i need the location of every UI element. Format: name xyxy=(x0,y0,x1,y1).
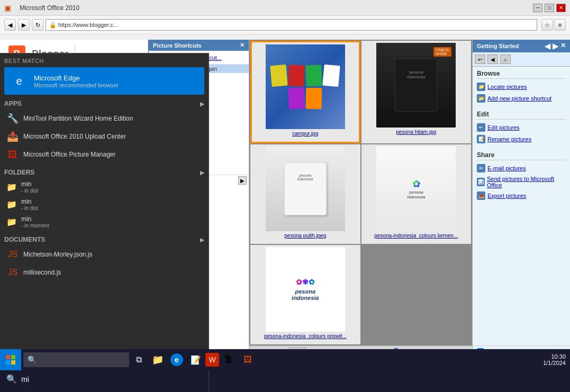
picture-cell[interactable]: pesonaindonesia O'NECKHITAM pesona hitam… xyxy=(361,41,472,143)
doc-millisecond[interactable]: JS millisecond.js xyxy=(4,263,204,281)
picture-name[interactable]: pesona-indonesia_colours priswit... xyxy=(264,333,347,339)
search-icon: 🔍 xyxy=(6,374,17,384)
gs-edit-section: Edit ✏ Edit pictures 📝 Rename pictures xyxy=(473,107,570,148)
search-icon: 🔍 xyxy=(28,355,37,364)
locate-pictures-link[interactable]: 📁 Locate pictures xyxy=(477,81,566,93)
picture-cell[interactable]: ✿ pesonaindonesia pesona-indonesia_colou… xyxy=(361,144,472,244)
js-file-icon: JS xyxy=(6,248,19,261)
address-bar[interactable]: 🔒 https://www.blogger.c... xyxy=(46,19,537,31)
edge-icon: e xyxy=(10,71,29,90)
gs-close-icon[interactable]: ✕ xyxy=(560,42,566,50)
edit-pictures-gs-link[interactable]: ✏ Edit pictures xyxy=(477,122,566,133)
gs-browse-title: Browse xyxy=(477,70,566,79)
taskbar-notepad[interactable]: 📝 xyxy=(186,350,205,369)
minimize-button[interactable]: ─ xyxy=(533,4,542,12)
gs-back-button[interactable]: ◀ xyxy=(487,54,498,64)
getting-started-panel: Getting Started ◀ ▶ ✕ ↩ ◀ ⌂ Browse xyxy=(472,40,570,357)
svg-rect-1 xyxy=(11,355,15,359)
app-office-picture[interactable]: 🖼 Microsoft Office Picture Manager xyxy=(4,145,204,163)
js-file-icon-2: JS xyxy=(6,266,19,279)
add-shortcut-gs-link[interactable]: 📂 Add new picture shortcut xyxy=(477,93,566,104)
minitool-icon: 🔧 xyxy=(6,112,19,125)
taskbar-task-view[interactable]: ⧉ xyxy=(129,350,148,369)
locate-icon: 📁 xyxy=(477,83,485,91)
taskbar-office-mgr[interactable]: 🖼 xyxy=(238,350,257,369)
rename-pictures-link[interactable]: 📝 Rename pictures xyxy=(477,133,566,145)
gs-header: Getting Started ◀ ▶ ✕ xyxy=(473,40,570,52)
rename-icon: 📝 xyxy=(477,135,485,143)
restore-button[interactable]: □ xyxy=(545,4,554,12)
send-office-link[interactable]: 📊 Send pictures to Microsoft Office xyxy=(477,174,566,190)
doc-michelson[interactable]: JS Michelson-Morley.json.js xyxy=(4,245,204,263)
scroll-down-button[interactable]: ▶ xyxy=(238,176,247,185)
office-picture-icon: 🖼 xyxy=(6,148,19,161)
taskbar-clock: 10:30 1/1/2024 xyxy=(543,353,566,366)
gs-house-button[interactable]: ⌂ xyxy=(500,54,511,64)
folder-icon: 📁 xyxy=(6,182,17,192)
svg-rect-3 xyxy=(11,360,15,364)
svg-rect-0 xyxy=(6,355,10,359)
menu-button[interactable]: ≡ xyxy=(554,19,566,31)
taskbar-winrar[interactable]: 🗜 xyxy=(219,350,238,369)
picture-name[interactable]: pesona putih.jpeg xyxy=(284,233,326,239)
bookmark-button[interactable]: ☆ xyxy=(541,19,553,31)
gs-home-button[interactable]: ↩ xyxy=(475,54,485,64)
start-button[interactable] xyxy=(0,349,21,370)
best-match-text: Microsoft Edge Microsoft recommended bro… xyxy=(34,74,119,88)
export-pictures-link[interactable]: 📤 Export pictures xyxy=(477,190,566,202)
documents-section-header: Documents ▶ xyxy=(4,236,204,243)
export-icon: 📤 xyxy=(477,192,485,200)
picture-cell[interactable]: ✿✾✿ pesona indonesia pesona-indonesia_co… xyxy=(250,245,360,344)
best-match-label: Best match xyxy=(4,58,204,64)
picture-cell[interactable]: pesonaindonesia pesona putih.jpeg xyxy=(250,144,360,244)
gs-share-title: Share xyxy=(477,151,566,160)
forward-button[interactable]: ▶ xyxy=(18,19,30,31)
refresh-button[interactable]: ↻ xyxy=(32,19,43,31)
office-icon: 📊 xyxy=(477,178,485,186)
picture-cell[interactable]: campur.jpg xyxy=(250,41,360,143)
folders-section-header: Folders ▶ xyxy=(4,169,204,176)
svg-rect-2 xyxy=(6,360,10,364)
taskbar: 🔍 ⧉ 📁 e 📝 W 🗜 🖼 10:30 1/1/2024 xyxy=(0,349,570,370)
taskbar-edge[interactable]: e xyxy=(167,350,186,369)
gs-nav-forward-icon[interactable]: ▶ xyxy=(553,42,558,50)
taskbar-wps[interactable]: W xyxy=(205,353,219,367)
address-text: https://www.blogger.c... xyxy=(58,22,118,28)
gs-edit-title: Edit xyxy=(477,111,566,120)
email-pictures-link[interactable]: ✉ E-mail pictures xyxy=(477,162,566,174)
start-menu-search: Best match e Microsoft Edge Microsoft re… xyxy=(0,53,209,392)
taskbar-search-box[interactable]: 🔍 xyxy=(23,352,129,367)
add-shortcut-icon: 📂 xyxy=(477,94,485,103)
folder-min-2[interactable]: 📁 min - in dist xyxy=(4,196,204,213)
folder-icon: 📁 xyxy=(6,217,17,227)
apps-section-header: Apps ▶ xyxy=(4,100,204,107)
picture-name[interactable]: pesona hitam.jpg xyxy=(396,129,436,135)
picture-name[interactable]: pesona-indonesia_colours kemen... xyxy=(374,233,458,239)
start-search-input[interactable] xyxy=(21,375,202,384)
taskbar-file-explorer[interactable]: 📁 xyxy=(148,350,167,369)
office-upload-icon: 📤 xyxy=(6,130,19,143)
shortcuts-panel-header: Picture Shortcuts ✕ xyxy=(149,40,249,51)
edit-icon: ✏ xyxy=(477,123,485,132)
shortcuts-close-icon[interactable]: ✕ xyxy=(240,42,245,49)
gs-nav-bar: ↩ ◀ ⌂ xyxy=(473,52,570,67)
gs-browse-section: Browse 📁 Locate pictures 📂 Add new pictu… xyxy=(473,67,570,107)
gs-share-section: Share ✉ E-mail pictures 📊 Send pictures … xyxy=(473,148,570,205)
folder-min-1[interactable]: 📁 min - in dist xyxy=(4,178,204,196)
email-icon: ✉ xyxy=(477,164,485,172)
picture-grid: campur.jpg pesonaindonesia O'NECKHITA xyxy=(249,40,472,345)
browser-title: Microsoft Office 2010 xyxy=(20,4,79,12)
back-button[interactable]: ◀ xyxy=(4,19,16,31)
gs-nav-back-icon[interactable]: ◀ xyxy=(545,42,550,50)
app-office-upload[interactable]: 📤 Microsoft Office 2010 Upload Center xyxy=(4,127,204,145)
app-minitool[interactable]: 🔧 MiniTool Partition Wizard Home Edition xyxy=(4,110,204,127)
folder-icon: 📁 xyxy=(6,199,17,209)
folder-min-3[interactable]: 📁 min - in moment xyxy=(4,213,204,231)
picture-name[interactable]: campur.jpg xyxy=(292,131,318,136)
close-button[interactable]: ✕ xyxy=(556,4,566,12)
best-match-microsoft-edge[interactable]: e Microsoft Edge Microsoft recommended b… xyxy=(4,67,204,95)
